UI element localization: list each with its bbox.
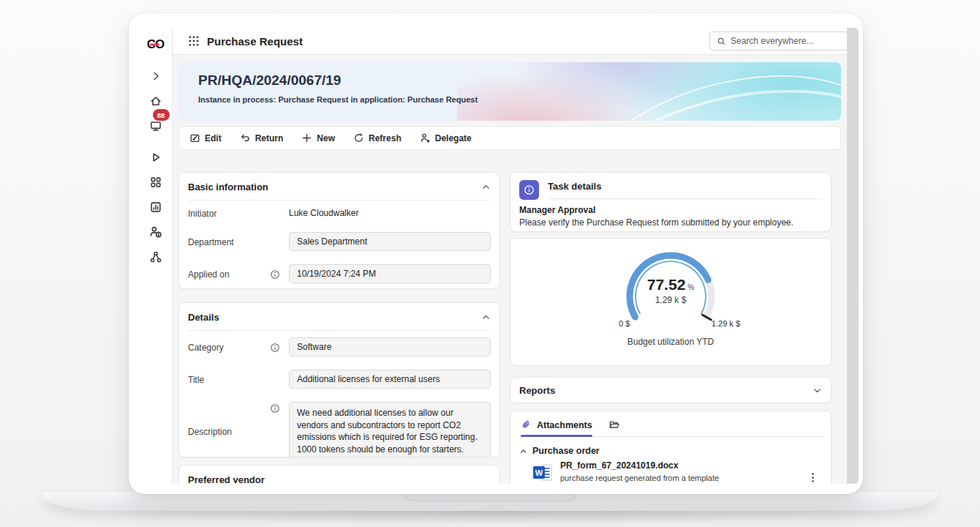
return-button-label: Return [255, 133, 284, 143]
field-label: Department [188, 236, 270, 247]
kebab-menu-icon[interactable] [808, 472, 818, 483]
active-tab-underline [521, 435, 592, 437]
info-icon[interactable] [270, 402, 289, 414]
initiator-value: Luke Cloudwalker [289, 208, 491, 218]
field-row-category: Category Software [179, 331, 500, 363]
gauge-value-block: 77.52% 1.29 k $ [601, 276, 740, 305]
department-input[interactable]: Sales Department [289, 232, 491, 251]
icon-slot [270, 241, 289, 242]
laptop-base [42, 492, 938, 511]
field-row-title: Title Additional licenses for external u… [179, 363, 500, 395]
search-box[interactable] [709, 31, 859, 51]
gauge-min-label: 0 $ [619, 319, 630, 328]
preferred-vendor-title: Preferred vendor [188, 474, 265, 484]
details-header[interactable]: Details [179, 303, 500, 330]
preferred-vendor-card: Preferred vendor [178, 465, 500, 484]
gauge-caption: Budget utilization YTD [510, 337, 831, 347]
search-input[interactable] [731, 36, 856, 46]
attachment-group-label: Purchase order [532, 446, 600, 456]
return-button[interactable]: Return [240, 132, 284, 143]
laptop-screen: CO 88 [129, 13, 863, 494]
reports-title: Reports [519, 385, 555, 396]
sidebar-item-reports[interactable] [143, 195, 168, 219]
field-row-applied-on: Applied on 10/19/2024 7:24 PM [179, 258, 500, 289]
notification-badge: 88 [153, 109, 170, 121]
page-content: PR/HQA/2024/0067/19 Instance in process:… [173, 55, 847, 484]
task-name: Manager Approval [519, 205, 822, 215]
info-icon[interactable] [270, 268, 289, 280]
edit-icon [189, 132, 200, 143]
delegate-button-label: Delegate [435, 133, 472, 143]
icon-slot [270, 378, 289, 380]
details-card: Details Category Software Title [178, 302, 500, 457]
delegate-button[interactable]: Delegate [420, 132, 472, 143]
instance-subtitle: Instance in process: Purchase Request in… [198, 95, 841, 104]
field-row-description: Description We need additional licenses … [179, 395, 500, 457]
app-window: CO 88 [139, 28, 859, 484]
field-row-department: Department Sales Department [179, 225, 500, 258]
delegate-icon [420, 132, 431, 143]
basic-information-title: Basic information [188, 182, 268, 193]
field-label: Category [188, 341, 270, 353]
sidebar-item-expand[interactable] [143, 64, 168, 88]
edit-button[interactable]: Edit [189, 132, 222, 143]
svg-text:W: W [535, 468, 543, 477]
tab-folder-view[interactable] [608, 419, 620, 436]
gauge-secondary-value: 1.29 k $ [601, 295, 740, 305]
chevron-right-icon [150, 70, 162, 82]
icon-slot [270, 212, 289, 214]
basic-information-card: Basic information Initiator Luke Cloudwa… [178, 172, 500, 289]
tab-attachments[interactable]: Attachments [521, 419, 592, 436]
gauge-value: 77.52 [647, 276, 686, 293]
paperclip-icon [521, 419, 532, 430]
field-label: Initiator [188, 207, 270, 219]
attachments-card: Attachments Purchase order [510, 411, 832, 484]
field-label: Applied on [188, 268, 270, 280]
chevron-up-icon [481, 313, 491, 322]
play-icon [149, 151, 162, 164]
task-body: Manager Approval Please verify the Purch… [510, 200, 831, 228]
org-chart-icon [149, 250, 162, 264]
refresh-button[interactable]: Refresh [353, 132, 402, 143]
chevron-up-icon [519, 447, 527, 455]
new-button[interactable]: New [301, 132, 335, 143]
details-title: Details [188, 312, 219, 323]
sidebar-item-user-info[interactable] [143, 220, 168, 244]
screenshot-edge-strip [847, 28, 859, 484]
attachments-tabs: Attachments [519, 419, 822, 437]
budget-gauge-card: 77.52% 1.29 k $ 0 $ 1.29 k $ Budget util… [510, 238, 832, 366]
attachment-group-header[interactable]: Purchase order [519, 446, 822, 456]
title-input[interactable]: Additional licenses for external users [289, 370, 491, 389]
basic-information-header[interactable]: Basic information [179, 173, 500, 200]
home-icon [149, 94, 162, 108]
refresh-button-label: Refresh [369, 133, 402, 143]
sidebar-item-tasks[interactable]: 88 [143, 113, 168, 138]
chevron-up-icon [481, 182, 491, 192]
applied-on-input[interactable]: 10/19/2024 7:24 PM [289, 264, 491, 283]
field-label: Description [188, 425, 270, 437]
task-details-header: Task details [510, 173, 831, 200]
app-logo[interactable]: CO [147, 34, 165, 55]
info-icon[interactable] [270, 341, 289, 353]
attachment-file-row[interactable]: W PR_form_67_20241019.docx purchase requ… [519, 460, 822, 482]
waffle-menu-icon[interactable] [189, 36, 199, 46]
chevron-down-icon [813, 386, 822, 395]
sidebar-item-org-chart[interactable] [143, 244, 168, 269]
category-input[interactable]: Software [289, 337, 491, 356]
tasks-monitor-icon [149, 119, 162, 132]
field-row-initiator: Initiator Luke Cloudwalker [179, 201, 500, 225]
page-title: Purchase Request [207, 35, 303, 48]
sidebar-item-start[interactable] [143, 145, 168, 169]
description-textarea[interactable]: We need additional licenses to allow our… [289, 402, 491, 457]
preferred-vendor-header[interactable]: Preferred vendor [179, 466, 500, 484]
instance-banner: PR/HQA/2024/0067/19 Instance in process:… [178, 62, 841, 121]
reports-card[interactable]: Reports [510, 377, 832, 403]
task-info-badge [519, 180, 539, 200]
banner-artwork [457, 62, 841, 121]
new-button-label: New [317, 133, 335, 143]
attachments-tab-label: Attachments [537, 420, 592, 430]
folder-icon [608, 419, 620, 430]
main-area: Purchase Request PR/HQA/2024/0067/19 Ins… [173, 28, 847, 484]
sidebar-item-apps[interactable] [143, 170, 168, 194]
task-details-card: Task details Manager Approval Please ver… [510, 172, 832, 232]
